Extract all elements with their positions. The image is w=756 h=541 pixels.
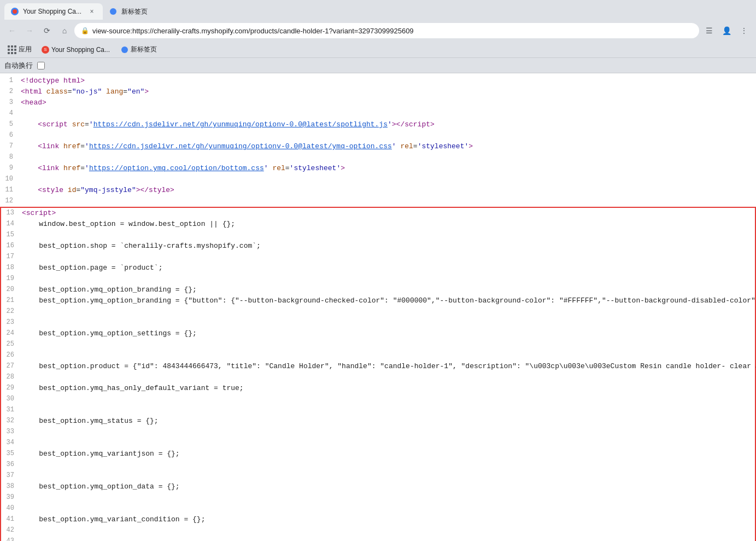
tab-active[interactable]: Your Shopping Ca... × <box>4 3 103 20</box>
line-number: 11 <box>0 185 20 195</box>
line-number: 28 <box>1 372 21 382</box>
source-line-7: 7 <link href='https://cdn.jsdelivr.net/g… <box>0 141 756 152</box>
svg-point-1 <box>110 8 116 15</box>
forward-button[interactable]: → <box>22 23 37 38</box>
line-number: 15 <box>1 230 21 240</box>
source-line-10: 10 <box>0 174 756 185</box>
line-number: 5 <box>0 119 20 129</box>
line-number: 31 <box>1 405 21 415</box>
source-line-41: 41 best_option.ymq_variant_condition = {… <box>0 514 756 525</box>
bookmark-2-label: 新标签页 <box>131 45 157 54</box>
line-content: <style id="ymq-jsstyle"></style> <box>20 185 756 196</box>
line-content: best_option.ymq_status = {}; <box>21 416 755 427</box>
source-line-20: 20 best_option.ymq_option_branding = {}; <box>0 284 756 295</box>
source-line-14: 14 window.best_option = window.best_opti… <box>0 219 756 230</box>
source-line-32: 32 best_option.ymq_status = {}; <box>0 416 756 427</box>
line-content: best_option.ymq_option_data = {}; <box>21 481 755 492</box>
bookmark-1[interactable]: S Your Shopping Ca... <box>37 43 114 56</box>
line-number: 7 <box>0 141 20 151</box>
source-line-39: 39 <box>0 492 756 503</box>
line-number: 29 <box>1 383 21 393</box>
reload-button[interactable]: ⟳ <box>39 23 55 38</box>
back-button[interactable]: ← <box>4 23 20 38</box>
line-content: <link href='https://option.ymq.cool/opti… <box>20 163 756 174</box>
source-line-26: 26 <box>0 350 756 361</box>
source-line-42: 42 <box>0 525 756 536</box>
source-line-27: 27 best_option.product = {"id": 48434446… <box>0 361 756 372</box>
line-number: 32 <box>1 416 21 426</box>
line-content: best_option.ymq_variant_condition = {}; <box>21 514 755 525</box>
line-number: 10 <box>0 174 20 184</box>
line-number: 13 <box>1 208 21 218</box>
line-number: 4 <box>0 108 20 118</box>
line-number: 42 <box>1 525 21 535</box>
source-line-31: 31 <box>0 405 756 416</box>
source-line-1: 1<!doctype html> <box>0 75 756 86</box>
line-number: 14 <box>1 219 21 229</box>
lock-icon: 🔒 <box>81 27 89 34</box>
source-line-17: 17 <box>0 252 756 263</box>
source-line-2: 2<html class="no-js" lang="en"> <box>0 86 756 97</box>
source-line-15: 15 <box>0 230 756 241</box>
source-line-37: 37 <box>0 470 756 481</box>
line-number: 8 <box>0 152 20 162</box>
line-number: 1 <box>0 75 20 85</box>
source-line-34: 34 <box>0 438 756 449</box>
address-text: view-source:https://cheralily-crafts.mys… <box>92 27 693 35</box>
browser-chrome: Your Shopping Ca... × 新标签页 ← → ⟳ ⌂ 🔒 vie… <box>0 0 756 73</box>
line-number: 34 <box>1 438 21 447</box>
source-line-3: 3<head> <box>0 97 756 108</box>
source-line-33: 33 <box>0 427 756 438</box>
source-line-25: 25 <box>0 339 756 350</box>
source-line-21: 21 best_option.ymq_option_branding = {"b… <box>0 295 756 306</box>
line-number: 20 <box>1 284 21 294</box>
line-number: 16 <box>1 241 21 251</box>
auto-execute-label: 自动换行 <box>4 61 33 71</box>
svg-point-0 <box>13 9 17 14</box>
source-line-30: 30 <box>0 394 756 405</box>
line-number: 17 <box>1 252 21 261</box>
line-number: 30 <box>1 394 21 404</box>
user-button[interactable]: 👤 <box>719 23 734 38</box>
tab-close-button[interactable]: × <box>87 7 96 16</box>
source-line-13: 13<script> <box>0 207 756 219</box>
source-line-23: 23 <box>0 317 756 328</box>
line-number: 6 <box>0 130 20 140</box>
source-line-29: 29 best_option.ymq_has_only_default_vari… <box>0 383 756 394</box>
line-content: best_option.shop = `cheralily-crafts.mys… <box>21 241 755 252</box>
source-line-28: 28 <box>0 372 756 383</box>
source-line-24: 24 best_option.ymq_option_settings = {}; <box>0 328 756 339</box>
line-number: 35 <box>1 449 21 458</box>
source-line-6: 6 <box>0 130 756 141</box>
source-line-22: 22 <box>0 306 756 317</box>
bookmark-1-label: Your Shopping Ca... <box>51 46 110 54</box>
home-button[interactable]: ⌂ <box>57 23 72 38</box>
line-number: 36 <box>1 459 21 469</box>
source-line-35: 35 best_option.ymq_variantjson = {}; <box>0 449 756 459</box>
source-line-19: 19 <box>0 274 756 284</box>
line-number: 41 <box>1 514 21 524</box>
source-line-40: 40 <box>0 503 756 514</box>
address-bar-row: ← → ⟳ ⌂ 🔒 view-source:https://cheralily-… <box>0 20 756 42</box>
line-number: 27 <box>1 361 21 371</box>
line-content: best_option.ymq_has_only_default_variant… <box>21 383 755 394</box>
line-number: 40 <box>1 503 21 513</box>
auto-execute-checkbox[interactable] <box>37 62 45 69</box>
bookmark-2[interactable]: 新标签页 <box>116 43 161 56</box>
line-number: 12 <box>0 196 20 206</box>
bookmarks-toolbar: 应用 S Your Shopping Ca... 新标签页 <box>0 42 756 58</box>
address-bar[interactable]: 🔒 view-source:https://cheralily-crafts.m… <box>74 23 699 38</box>
source-lines: 1<!doctype html>2<html class="no-js" lan… <box>0 75 756 541</box>
source-line-5: 5 <script src='https://cdn.jsdelivr.net/… <box>0 119 756 130</box>
menu-button[interactable]: ⋮ <box>736 23 752 38</box>
line-content: <html class="no-js" lang="en"> <box>20 86 756 97</box>
extensions-button[interactable]: ☰ <box>701 23 717 38</box>
auto-execute-bar: 自动换行 <box>0 58 756 73</box>
apps-button[interactable]: 应用 <box>4 44 35 55</box>
tab-favicon <box>11 8 19 15</box>
line-number: 39 <box>1 492 21 502</box>
line-content: <script src='https://cdn.jsdelivr.net/gh… <box>20 119 756 130</box>
tab-new[interactable]: 新标签页 <box>103 3 179 20</box>
source-line-8: 8 <box>0 152 756 163</box>
line-number: 26 <box>1 350 21 360</box>
